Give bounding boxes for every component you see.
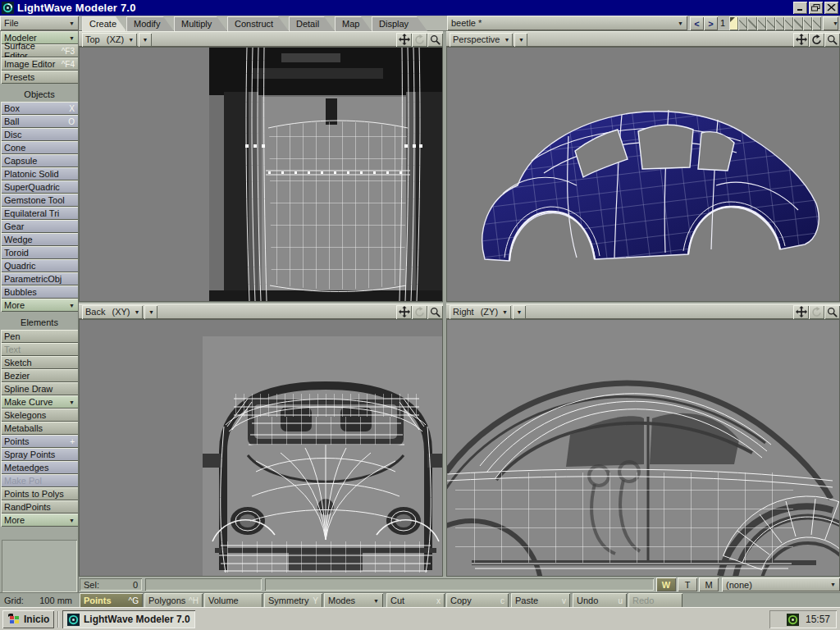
polygons-mode-button[interactable]: Polygons^H [144,593,203,608]
viewport-back-canvas[interactable] [79,319,443,577]
layer-cell-6[interactable] [775,16,784,30]
viewport-perspective-zoom-button[interactable] [824,33,840,47]
sidebar-item-sketch[interactable]: Sketch [1,356,78,369]
close-button[interactable] [824,2,838,14]
minimize-button[interactable] [793,2,807,14]
sidebar-item-superquadric[interactable]: SuperQuadric [1,180,78,194]
viewport-back-pan-button[interactable] [396,305,412,319]
viewport-right-type-button[interactable]: Right (ZY) ▼ [450,305,511,319]
sidebar-item-objects-more[interactable]: More▼ [1,299,78,312]
sidebar-item-pen[interactable]: Pen [1,330,78,343]
layer-cell-8[interactable] [793,16,802,30]
sidebar-item-image-editor[interactable]: Image Editor^F4 [1,57,78,71]
tab-display[interactable]: Display [372,16,427,31]
chevron-down-icon: ▼ [134,309,139,315]
sidebar-item-points-to-polys[interactable]: Points to Polys [1,487,78,500]
symmetry-button[interactable]: SymmetryY [264,593,322,608]
viewport-perspective-canvas[interactable] [446,47,840,302]
sidebar-item-equilateral-tri[interactable]: Equilateral Tri [1,207,78,220]
restore-button[interactable] [809,2,823,14]
viewport-right-render-dropdown[interactable]: ▼ [513,305,526,319]
sidebar-item-quadric[interactable]: Quadric [1,259,78,272]
sidebar-item-gemstone-tool[interactable]: Gemstone Tool [1,194,78,207]
sidebar-item-metaedges[interactable]: Metaedges [1,461,78,474]
sidebar-item-surface-editor[interactable]: Surface Editor^F3 [1,44,78,57]
sidebar-item-disc[interactable]: Disc [1,128,78,141]
sidebar-item-presets[interactable]: Presets [1,71,78,84]
sidebar-item-randpoints[interactable]: RandPoints [1,500,78,514]
sidebar-item-elements-more[interactable]: More▼ [1,514,78,527]
layer-cell-5[interactable] [766,16,775,30]
viewport-back-type-button[interactable]: Back (XY) ▼ [82,305,143,319]
tab-detail[interactable]: Detail [289,16,335,31]
vertex-map-selector[interactable]: (none) ▼ [722,578,840,591]
chevron-down-icon: ▼ [69,21,75,26]
sidebar-item-ball[interactable]: BallO [1,115,78,128]
modes-button[interactable]: Modes▼ [324,593,383,608]
taskbar-app-button[interactable]: LightWave Modeler 7.0 [62,610,195,628]
viewport-top-canvas[interactable] [79,47,443,302]
viewport-perspective-render-dropdown[interactable]: ▼ [514,33,527,47]
viewport-axes: (XY) [112,307,130,317]
viewport-perspective-rotate-button[interactable] [809,33,824,47]
sidebar-item-bubbles[interactable]: Bubbles [1,285,78,299]
texture-mode-button[interactable]: T [678,578,697,591]
viewport-top-type-button[interactable]: Top (XZ) ▼ [82,33,137,47]
tab-multiply[interactable]: Multiply [174,16,227,31]
layer-cell-1[interactable] [729,16,738,30]
object-selector[interactable]: beetle * ▼ [447,16,687,30]
sidebar-item-metaballs[interactable]: Metaballs [1,422,78,435]
viewport-back-zoom-button[interactable] [427,305,443,319]
sidebar-item-points[interactable]: Points+ [1,435,78,448]
undo-button[interactable]: Undou [573,593,627,608]
cut-button[interactable]: Cutx [386,593,445,608]
points-mode-button[interactable]: Points^G [80,593,143,608]
paste-button[interactable]: Pastev [511,593,570,608]
sidebar-item-skelegons[interactable]: Skelegons [1,409,78,422]
layer-bank-dropdown[interactable]: ▼ [823,16,838,30]
tab-map[interactable]: Map [335,16,372,31]
layer-cell-10[interactable] [812,16,821,30]
viewport-right-canvas[interactable] [446,319,840,577]
layer-cell-3[interactable] [747,16,756,30]
layer-cell-9[interactable] [803,16,812,30]
tab-modify[interactable]: Modify [126,16,174,31]
viewport-top-pan-button[interactable] [396,33,412,47]
layer-cell-4[interactable] [757,16,766,30]
prev-object-button[interactable]: < [690,16,704,30]
sidebar-item-make-curve[interactable]: Make Curve▼ [1,395,78,409]
chevron-down-icon: ▼ [504,37,509,43]
volume-mode-button[interactable]: Volume [204,593,262,608]
sidebar-item-box[interactable]: BoxX [1,102,78,115]
tab-create[interactable]: Create [82,16,126,31]
sidebar-item-wedge[interactable]: Wedge [1,233,78,246]
sidebar-item-bezier[interactable]: Bezier [1,369,78,382]
sidebar-item-spline-draw[interactable]: Spline Draw [1,382,78,395]
layer-cell-2[interactable] [738,16,747,30]
sidebar-item-cone[interactable]: Cone [1,141,78,154]
start-button[interactable]: Inicio [2,610,54,628]
viewport-back-render-dropdown[interactable]: ▼ [144,305,158,319]
viewport-right-zoom-button[interactable] [824,305,840,319]
copy-button[interactable]: Copyc [446,593,509,608]
weight-mode-button[interactable]: W [656,578,676,591]
tray-hub-icon[interactable] [787,614,799,626]
sidebar-item-capsule[interactable]: Capsule [1,154,78,167]
viewport-top-zoom-button[interactable] [427,33,443,47]
sidebar-item-toroid[interactable]: Toroid [1,246,78,259]
sidebar-item-spray-points[interactable]: Spray Points [1,448,78,461]
sidebar-item-platonic-solid[interactable]: Platonic Solid [1,167,78,180]
morph-mode-button[interactable]: M [699,578,719,591]
button-label: Cone [4,143,25,153]
viewport-perspective-pan-button[interactable] [793,33,809,47]
viewport-top-render-dropdown[interactable]: ▼ [139,33,152,47]
viewport-right-pan-button[interactable] [793,305,809,319]
sidebar-item-parametricobj[interactable]: ParametricObj [1,272,78,285]
sidebar-item-gear[interactable]: Gear [1,220,78,233]
layer-cell-7[interactable] [784,16,793,30]
file-menu-button[interactable]: File ▼ [0,16,79,30]
object-selector-value: beetle * [451,18,482,28]
tab-construct[interactable]: Construct [227,16,289,31]
next-object-button[interactable]: > [704,16,718,30]
viewport-perspective-type-button[interactable]: Perspective ▼ [450,33,513,47]
